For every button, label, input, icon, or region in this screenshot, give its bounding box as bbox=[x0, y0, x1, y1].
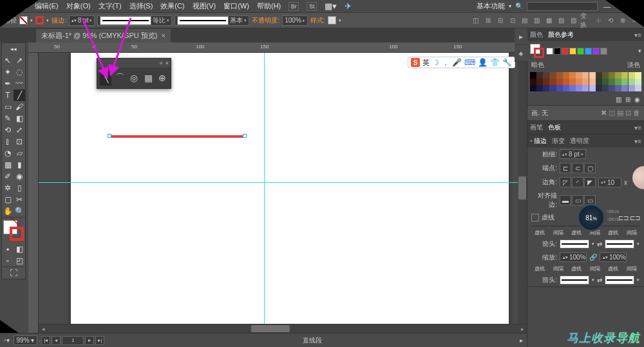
color-swatch[interactable] bbox=[596, 79, 602, 85]
bridge-icon[interactable]: Br bbox=[289, 2, 299, 11]
direct-select-tool[interactable]: ↗ bbox=[14, 55, 25, 66]
curvature-tool[interactable]: 〰 bbox=[14, 78, 25, 89]
color-fillstroke-indicator[interactable] bbox=[530, 44, 544, 58]
color-swatch[interactable] bbox=[582, 85, 589, 91]
color-swatch[interactable] bbox=[576, 72, 582, 79]
brush-icon-3[interactable]: ▤ bbox=[617, 109, 623, 117]
mini-swatch[interactable] bbox=[577, 48, 584, 55]
join-round-icon[interactable]: ◜ bbox=[572, 177, 583, 187]
color-swatch[interactable] bbox=[556, 72, 563, 79]
stroke-indicator[interactable] bbox=[10, 227, 24, 241]
shaper-tool[interactable]: ✎ bbox=[2, 113, 14, 124]
swap-arrows-icon-2[interactable]: ⇄ bbox=[597, 277, 602, 284]
menu-view[interactable]: 视图(V) bbox=[193, 1, 216, 11]
mini-swatch[interactable] bbox=[600, 48, 607, 55]
dock-collapse-icon[interactable]: ▸ bbox=[515, 28, 527, 45]
tab-stroke[interactable]: ◦ 描边 bbox=[530, 136, 547, 145]
color-swatch[interactable] bbox=[543, 72, 549, 79]
guide-vertical[interactable] bbox=[264, 53, 265, 333]
opacity-label[interactable]: 不透明度: bbox=[252, 16, 279, 25]
color-grid[interactable] bbox=[527, 72, 644, 94]
panel-menu-icon[interactable]: ▾≡ bbox=[632, 124, 644, 131]
anchor-handle[interactable] bbox=[108, 134, 111, 138]
color-swatch[interactable] bbox=[621, 72, 628, 79]
color-swatch[interactable] bbox=[550, 85, 556, 91]
hand-tool[interactable]: ✋ bbox=[2, 205, 14, 217]
sogou-icon[interactable]: S bbox=[411, 58, 420, 67]
transform-label[interactable]: 变换 bbox=[580, 15, 591, 26]
color-swatch[interactable] bbox=[589, 85, 596, 91]
rectangle-tool[interactable]: ▭ bbox=[2, 101, 14, 113]
scroll-thumb[interactable] bbox=[518, 176, 526, 200]
flyout-collapse-icon[interactable]: « bbox=[160, 60, 163, 66]
line-object[interactable] bbox=[109, 135, 245, 138]
mini-swatch[interactable] bbox=[569, 48, 576, 55]
status-menu-icon[interactable]: ▸ bbox=[520, 337, 523, 344]
dash-input[interactable] bbox=[531, 225, 549, 227]
line-tool[interactable]: ╱ bbox=[14, 89, 25, 101]
gradient-mode-icon[interactable]: ◧ bbox=[14, 243, 25, 255]
arrow-start-select-2[interactable] bbox=[560, 276, 589, 285]
keyboard-icon[interactable]: ⌨ bbox=[464, 58, 475, 67]
selection-tool[interactable]: ↖ bbox=[2, 55, 14, 66]
color-swatch[interactable] bbox=[629, 79, 635, 85]
color-swatch[interactable] bbox=[530, 79, 536, 85]
fill-swatch[interactable] bbox=[19, 16, 28, 24]
color-swatch[interactable] bbox=[563, 79, 569, 85]
edit-colors-icon[interactable]: ◉ bbox=[634, 96, 640, 103]
dash-align-icon[interactable]: ⊏⊐ bbox=[630, 214, 640, 221]
color-swatch[interactable] bbox=[602, 72, 609, 79]
color-swatch[interactable] bbox=[530, 85, 536, 91]
xy-icon[interactable]: ⊹ bbox=[592, 15, 603, 26]
color-swatch[interactable] bbox=[621, 85, 628, 91]
color-swatch[interactable] bbox=[550, 79, 556, 85]
tab-color[interactable]: 颜色 bbox=[530, 30, 543, 39]
color-swatch[interactable] bbox=[635, 79, 641, 85]
align-icon-2[interactable]: ⊞ bbox=[482, 15, 493, 26]
ruler-vertical[interactable] bbox=[28, 53, 39, 333]
blend-tool[interactable]: ◉ bbox=[14, 171, 25, 182]
gradient-tool[interactable]: ▮ bbox=[14, 159, 25, 171]
color-swatch[interactable] bbox=[629, 72, 635, 79]
color-swatch[interactable] bbox=[609, 79, 615, 85]
guide-horizontal[interactable] bbox=[39, 182, 527, 183]
scale-tool[interactable]: ⤢ bbox=[14, 124, 25, 136]
arrow-scale-start[interactable]: ▴▾100% bbox=[560, 252, 587, 262]
screen-mode-icon[interactable]: ⛶ bbox=[2, 267, 25, 279]
color-swatch[interactable] bbox=[550, 72, 556, 79]
color-swatch[interactable] bbox=[543, 85, 549, 91]
color-swatch[interactable] bbox=[609, 85, 615, 91]
mini-swatch[interactable] bbox=[585, 48, 592, 55]
cap-square-icon[interactable]: ▢ bbox=[584, 163, 596, 173]
color-swatch[interactable] bbox=[569, 72, 576, 79]
type-tool[interactable]: T bbox=[2, 89, 14, 101]
zoom-input[interactable]: 99% ▾ bbox=[14, 335, 38, 345]
color-swatch[interactable] bbox=[536, 79, 543, 85]
pen-tool[interactable]: ✒ bbox=[2, 78, 14, 89]
artboard-nav-icon[interactable]: ▫▾ bbox=[4, 337, 10, 344]
arrange-icon[interactable]: ▦▾ bbox=[325, 1, 337, 11]
comma-icon[interactable]: ， bbox=[442, 57, 450, 68]
join-miter-icon[interactable]: ◸ bbox=[560, 177, 571, 187]
zoom-tool[interactable]: 🔍 bbox=[14, 205, 25, 217]
spiral-tool[interactable]: ◎ bbox=[128, 70, 140, 86]
mini-swatch[interactable] bbox=[562, 48, 569, 55]
menu-help[interactable]: 帮助(H) bbox=[257, 1, 281, 11]
rotate-tool[interactable]: ⟲ bbox=[2, 124, 14, 136]
stock-icon[interactable]: St bbox=[307, 2, 317, 11]
scrollbar-horizontal[interactable]: ◂ ▸ bbox=[39, 324, 527, 333]
align-icon-5[interactable]: ▤ bbox=[519, 15, 530, 26]
color-swatch[interactable] bbox=[569, 79, 576, 85]
flyout-close-icon[interactable]: × bbox=[166, 60, 169, 66]
gap-input[interactable] bbox=[550, 225, 567, 227]
color-swatch[interactable] bbox=[556, 79, 563, 85]
color-swatch[interactable] bbox=[615, 79, 621, 85]
color-swatch[interactable] bbox=[576, 85, 582, 91]
color-swatch[interactable] bbox=[530, 72, 536, 79]
align-icon-9[interactable]: ▨ bbox=[568, 15, 579, 26]
wrench-icon[interactable]: 🔧 bbox=[502, 58, 512, 67]
dashed-checkbox[interactable] bbox=[531, 214, 539, 221]
ruler-horizontal[interactable]: 50 0 50 100 150 100 150 bbox=[28, 42, 527, 53]
join-bevel-icon[interactable]: ◤ bbox=[584, 177, 596, 187]
line-tool-flyout[interactable]: « × ╲ ⌒ ◎ ▦ ⊕ bbox=[97, 58, 171, 89]
